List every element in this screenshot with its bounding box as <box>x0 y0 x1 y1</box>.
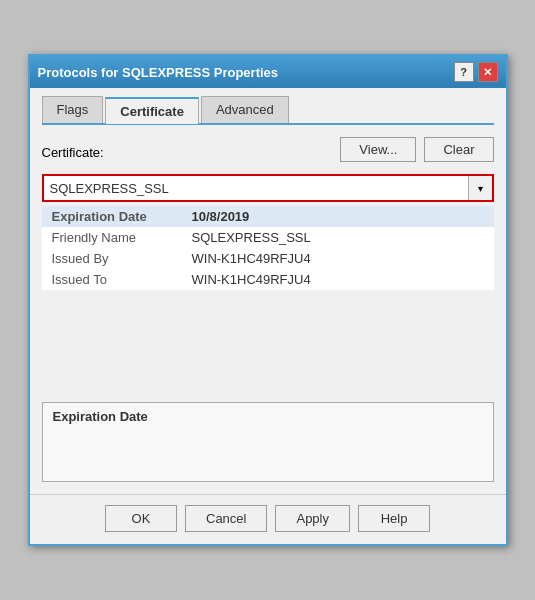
spacer <box>42 290 494 390</box>
field-label: Friendly Name <box>42 227 182 248</box>
title-bar: Protocols for SQLEXPRESS Properties ? ✕ <box>30 56 506 88</box>
clear-button[interactable]: Clear <box>424 137 493 162</box>
expiration-section-label: Expiration Date <box>53 409 148 424</box>
content-area: Flags Certificate Advanced Certificate: … <box>30 88 506 494</box>
field-value: WIN-K1HC49RFJU4 <box>182 248 494 269</box>
tab-flags[interactable]: Flags <box>42 96 104 123</box>
expiration-box: Expiration Date <box>42 402 494 482</box>
cancel-button[interactable]: Cancel <box>185 505 267 532</box>
top-buttons: View... Clear <box>340 137 493 162</box>
close-button[interactable]: ✕ <box>478 62 498 82</box>
help-footer-button[interactable]: Help <box>358 505 430 532</box>
tab-certificate[interactable]: Certificate <box>105 97 199 124</box>
tab-advanced[interactable]: Advanced <box>201 96 289 123</box>
apply-button[interactable]: Apply <box>275 505 350 532</box>
field-label: Issued By <box>42 248 182 269</box>
title-bar-buttons: ? ✕ <box>454 62 498 82</box>
cert-selected-value: SQLEXPRESS_SSL <box>44 178 468 199</box>
dropdown-arrow-icon[interactable]: ▾ <box>468 176 492 200</box>
help-button[interactable]: ? <box>454 62 474 82</box>
field-value: WIN-K1HC49RFJU4 <box>182 269 494 290</box>
table-row: Issued To WIN-K1HC49RFJU4 <box>42 269 494 290</box>
window-title: Protocols for SQLEXPRESS Properties <box>38 65 279 80</box>
field-label: Issued To <box>42 269 182 290</box>
ok-button[interactable]: OK <box>105 505 177 532</box>
table-row: Issued By WIN-K1HC49RFJU4 <box>42 248 494 269</box>
field-label: Expiration Date <box>42 206 182 227</box>
main-window: Protocols for SQLEXPRESS Properties ? ✕ … <box>28 54 508 546</box>
tab-strip: Flags Certificate Advanced <box>42 96 494 125</box>
view-button[interactable]: View... <box>340 137 416 162</box>
certificate-dropdown[interactable]: SQLEXPRESS_SSL ▾ <box>42 174 494 202</box>
footer-buttons: OK Cancel Apply Help <box>30 494 506 544</box>
cert-details-table: Expiration Date 10/8/2019 Friendly Name … <box>42 206 494 290</box>
field-value: SQLEXPRESS_SSL <box>182 227 494 248</box>
certificate-label: Certificate: <box>42 145 104 160</box>
field-value: 10/8/2019 <box>182 206 494 227</box>
table-row: Friendly Name SQLEXPRESS_SSL <box>42 227 494 248</box>
table-row: Expiration Date 10/8/2019 <box>42 206 494 227</box>
